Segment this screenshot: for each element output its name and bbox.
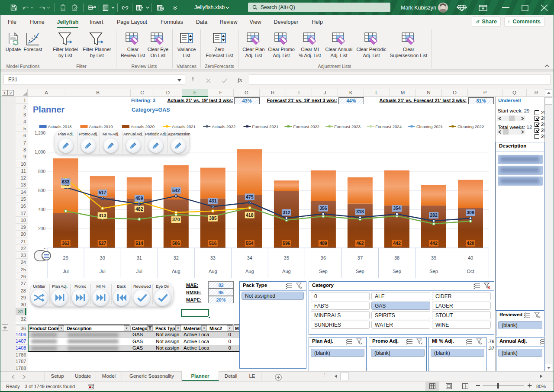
svg-text:123: 123 (61, 7, 65, 10)
svg-text:Actuals 2019: Actuals 2019 (89, 124, 113, 129)
svg-text:462: 462 (356, 241, 364, 246)
svg-text:489: 489 (319, 241, 327, 246)
svg-text:200: 200 (38, 226, 45, 231)
svg-text:309: 309 (467, 210, 474, 215)
svg-text:38: 38 (394, 255, 399, 260)
svg-text:482: 482 (135, 206, 143, 212)
svg-text:385: 385 (209, 215, 217, 221)
svg-text:Cleaning 2021: Cleaning 2021 (416, 124, 443, 129)
svg-text:354: 354 (393, 206, 401, 211)
svg-text:Forecast 2024: Forecast 2024 (375, 124, 402, 129)
svg-text:Sep: Sep (429, 269, 438, 274)
svg-text:31: 31 (137, 255, 142, 260)
svg-text:-: - (44, 246, 45, 251)
svg-text:363: 363 (62, 241, 70, 246)
svg-text:Sep: Sep (393, 269, 401, 274)
svg-text:37: 37 (358, 255, 363, 260)
svg-text:Cleaning 2022: Cleaning 2022 (457, 124, 484, 129)
svg-text:413: 413 (99, 213, 106, 218)
svg-text:34: 34 (247, 255, 252, 260)
svg-text:596: 596 (283, 241, 290, 246)
svg-text:40: 40 (468, 255, 473, 260)
svg-text:800: 800 (38, 169, 45, 174)
svg-text:Jul: Jul (136, 269, 142, 274)
svg-text:33: 33 (210, 255, 216, 260)
svg-text:475: 475 (246, 194, 254, 199)
svg-text:356: 356 (319, 206, 327, 211)
svg-text:Oct: Oct (467, 269, 474, 274)
svg-text:400: 400 (38, 207, 45, 212)
svg-text:554: 554 (246, 241, 254, 246)
svg-text:35: 35 (284, 255, 289, 260)
svg-text:600: 600 (38, 188, 45, 193)
svg-text:Aug: Aug (172, 269, 180, 274)
svg-text:Aug: Aug (282, 269, 291, 274)
svg-text:431: 431 (209, 198, 217, 203)
svg-text:459: 459 (135, 196, 143, 201)
svg-text:312: 312 (283, 210, 290, 215)
svg-text:1,200: 1,200 (35, 131, 45, 135)
svg-text:Actuals 2020: Actuals 2020 (131, 124, 155, 129)
svg-text:Aug: Aug (245, 269, 254, 274)
svg-text:370: 370 (172, 217, 180, 222)
svg-text:506: 506 (172, 241, 180, 246)
svg-text:Actuals 2022: Actuals 2022 (212, 124, 235, 129)
svg-text:Jul: Jul (63, 269, 69, 274)
svg-text:1,000: 1,000 (35, 150, 45, 154)
svg-text:442: 442 (430, 241, 438, 246)
svg-text:Actuals 2018: Actuals 2018 (48, 124, 72, 129)
svg-text:Actuals 2021: Actuals 2021 (172, 124, 196, 129)
svg-text:36: 36 (321, 255, 326, 260)
svg-text:32: 32 (174, 255, 179, 260)
svg-text:282: 282 (430, 212, 438, 218)
svg-text:Forecast 2021: Forecast 2021 (252, 124, 279, 129)
svg-text:442: 442 (393, 241, 401, 246)
svg-text:Forecast 2022: Forecast 2022 (293, 124, 319, 129)
svg-text:514: 514 (135, 241, 143, 246)
svg-text:Jul: Jul (100, 269, 106, 274)
svg-text:29: 29 (63, 255, 68, 260)
svg-text:39: 39 (431, 255, 436, 260)
svg-text:318: 318 (356, 209, 364, 214)
svg-text:527: 527 (99, 241, 106, 246)
svg-text:542: 542 (172, 188, 180, 193)
svg-text:Aug: Aug (209, 269, 217, 274)
svg-text:Forecast 2023: Forecast 2023 (334, 124, 361, 129)
svg-text:633: 633 (62, 179, 70, 184)
svg-text:516: 516 (209, 241, 217, 246)
svg-text:Sep: Sep (356, 269, 364, 274)
svg-text:517: 517 (99, 190, 106, 195)
svg-text:420: 420 (467, 241, 474, 246)
svg-text:418: 418 (246, 212, 254, 218)
svg-text:Sep: Sep (319, 269, 328, 274)
svg-text:30: 30 (100, 255, 105, 260)
